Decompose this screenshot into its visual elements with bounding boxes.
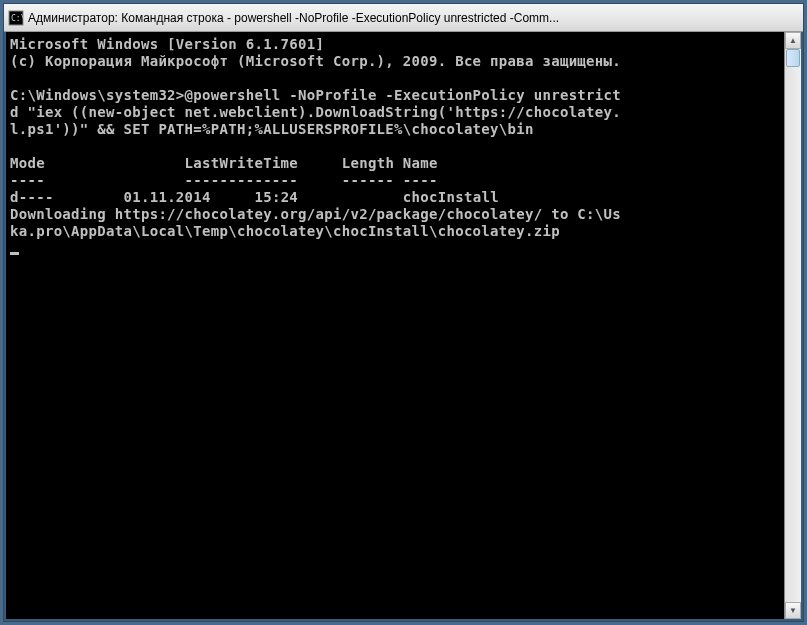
svg-text:C:\: C:\ bbox=[11, 14, 24, 23]
console-line: Microsoft Windows [Version 6.1.7601] bbox=[10, 36, 324, 52]
console-output[interactable]: Microsoft Windows [Version 6.1.7601] (c)… bbox=[6, 32, 784, 619]
column-header-name: Name bbox=[403, 155, 438, 171]
column-divider: ---- ------------- ------ ---- bbox=[10, 172, 438, 188]
scroll-thumb[interactable] bbox=[786, 49, 800, 67]
row-mode: d---- bbox=[10, 189, 54, 205]
console-line: C:\Windows\system32>@powershell -NoProfi… bbox=[10, 87, 621, 103]
column-header-mode: Mode bbox=[10, 155, 45, 171]
cursor bbox=[10, 252, 19, 255]
console-line: Downloading https://chocolatey.org/api/v… bbox=[10, 206, 621, 222]
console-wrapper: Microsoft Windows [Version 6.1.7601] (c)… bbox=[4, 32, 803, 621]
row-name: chocInstall bbox=[403, 189, 499, 205]
row-time: 15:24 bbox=[254, 189, 298, 205]
scroll-up-button[interactable]: ▲ bbox=[785, 32, 801, 49]
cmd-icon: C:\ bbox=[8, 10, 24, 26]
console-line: (c) Корпорация Майкрософт (Microsoft Cor… bbox=[10, 53, 621, 69]
chevron-down-icon: ▼ bbox=[789, 606, 797, 615]
console-line: l.ps1'))" && SET PATH=%PATH;%ALLUSERSPRO… bbox=[10, 121, 534, 137]
scroll-track[interactable] bbox=[785, 49, 801, 602]
chevron-up-icon: ▲ bbox=[789, 36, 797, 45]
vertical-scrollbar[interactable]: ▲ ▼ bbox=[784, 32, 801, 619]
cmd-window: C:\ Администратор: Командная строка - po… bbox=[3, 3, 804, 622]
window-title: Администратор: Командная строка - powers… bbox=[28, 11, 799, 25]
titlebar[interactable]: C:\ Администратор: Командная строка - po… bbox=[4, 4, 803, 32]
console-line: ka.pro\AppData\Local\Temp\chocolatey\cho… bbox=[10, 223, 560, 239]
scroll-down-button[interactable]: ▼ bbox=[785, 602, 801, 619]
column-header-length: Length bbox=[342, 155, 394, 171]
console-line: d "iex ((new-object net.webclient).Downl… bbox=[10, 104, 621, 120]
row-date: 01.11.2014 bbox=[124, 189, 211, 205]
column-header-lastwritetime: LastWriteTime bbox=[185, 155, 298, 171]
